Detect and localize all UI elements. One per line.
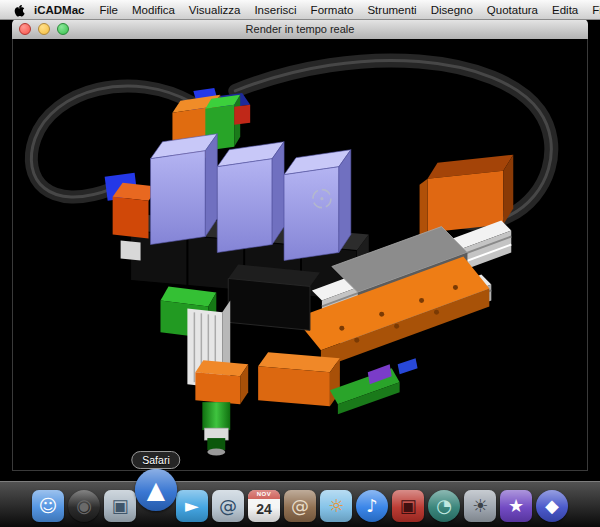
menu-formato[interactable]: Formato (304, 4, 361, 16)
finder-icon[interactable]: ☺ (32, 490, 64, 522)
dvd-player-icon[interactable]: ▣ (392, 490, 424, 522)
menu-items: FileModificaVisualizzaInserisciFormatoSt… (92, 4, 600, 16)
dock: ☺◉▣▲►@NOV24@☼♪▣◔☀★◆ (0, 481, 600, 527)
system-preferences-icon[interactable]: ☀ (464, 490, 496, 522)
menu-finestra[interactable]: Finestra (585, 4, 600, 16)
menu-edita[interactable]: Edita (545, 4, 585, 16)
window-title: Render in tempo reale (246, 23, 355, 35)
window-title-bar[interactable]: Render in tempo reale (12, 19, 588, 40)
time-machine-icon[interactable]: ◔ (428, 490, 460, 522)
traffic-lights (19, 23, 69, 35)
app-icon-misc-glyph: ◆ (536, 490, 568, 522)
facetime-icon[interactable]: ► (176, 490, 208, 522)
system-preferences-icon-glyph: ☀ (464, 490, 496, 522)
dvd-player-icon-glyph: ▣ (392, 490, 424, 522)
app-icon-misc[interactable]: ◆ (536, 490, 568, 522)
menu-visualizza[interactable]: Visualizza (182, 4, 248, 16)
minimize-button[interactable] (38, 23, 50, 35)
dashboard-icon-glyph: ◉ (68, 490, 100, 522)
safari-icon[interactable]: ▲ (135, 469, 177, 511)
apple-menu-icon[interactable] (6, 3, 32, 17)
address-book-icon-glyph: @ (284, 490, 316, 522)
dock-icons: ☺◉▣▲►@NOV24@☼♪▣◔☀★◆ (32, 490, 568, 522)
preview-icon-glyph: ▣ (104, 490, 136, 522)
model-3d (13, 39, 587, 470)
calendar-icon[interactable]: NOV24 (248, 490, 280, 522)
time-machine-icon-glyph: ◔ (428, 490, 460, 522)
menu-inserisci[interactable]: Inserisci (247, 4, 303, 16)
plate-accents (330, 358, 418, 414)
menu-bar: iCADMac FileModificaVisualizzaInserisciF… (0, 0, 600, 20)
center-black-block (228, 264, 320, 330)
finder-icon-glyph: ☺ (32, 490, 64, 522)
zoom-button[interactable] (57, 23, 69, 35)
menu-strumenti[interactable]: Strumenti (360, 4, 423, 16)
menu-modifica[interactable]: Modifica (125, 4, 182, 16)
dashboard-icon[interactable]: ◉ (68, 490, 100, 522)
preview-icon[interactable]: ▣ (104, 490, 136, 522)
menu-quotatura[interactable]: Quotatura (480, 4, 545, 16)
render-window: Render in tempo reale (12, 19, 588, 471)
render-canvas[interactable] (12, 39, 588, 471)
mail-icon-glyph: @ (212, 490, 244, 522)
bottom-orange-box (258, 352, 340, 406)
menu-disegno[interactable]: Disegno (424, 4, 480, 16)
safari-icon-glyph: ▲ (135, 469, 177, 511)
dock-tooltip: Safari (131, 451, 180, 469)
itunes-icon-glyph: ♪ (356, 490, 388, 522)
grapher-icon[interactable]: ★ (500, 490, 532, 522)
app-name[interactable]: iCADMac (32, 4, 92, 16)
facetime-icon-glyph: ► (176, 490, 208, 522)
menu-file[interactable]: File (92, 4, 125, 16)
grapher-icon-glyph: ★ (500, 490, 532, 522)
address-book-icon[interactable]: @ (284, 490, 316, 522)
mail-icon[interactable]: @ (212, 490, 244, 522)
itunes-icon[interactable]: ♪ (356, 490, 388, 522)
iphoto-icon-glyph: ☼ (320, 490, 352, 522)
iphoto-icon[interactable]: ☼ (320, 490, 352, 522)
close-button[interactable] (19, 23, 31, 35)
